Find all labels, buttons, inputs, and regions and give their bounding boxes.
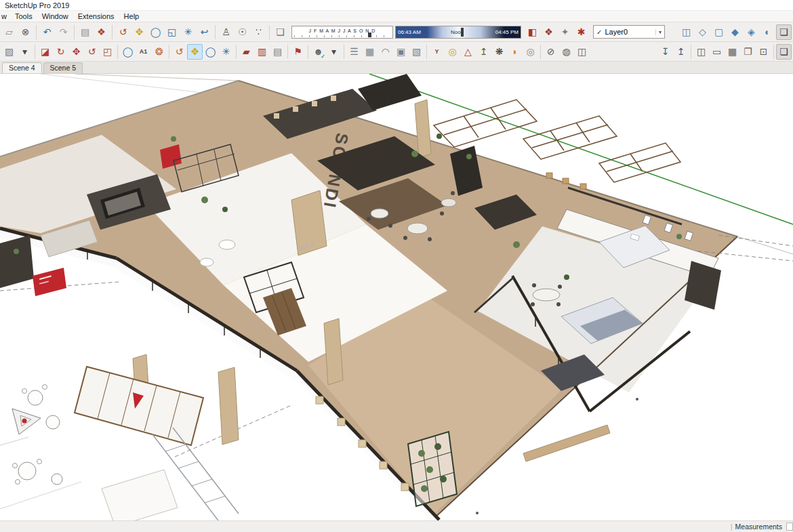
- model-info-icon[interactable]: ❖: [94, 24, 109, 40]
- shadow-time-thumb[interactable]: [461, 28, 464, 37]
- layers-caret-icon[interactable]: ▾: [655, 29, 662, 35]
- smoove-icon[interactable]: ◠: [378, 44, 393, 60]
- shadows-dialog-icon[interactable]: ❏: [272, 24, 288, 40]
- north-arrow-icon[interactable]: ↥: [476, 44, 491, 60]
- move-icon[interactable]: ✥: [68, 44, 84, 60]
- model-viewport[interactable]: SCANDI: [0, 74, 793, 520]
- position-camera-icon[interactable]: ♙: [218, 24, 234, 40]
- toolbar-separator: [773, 45, 774, 59]
- scene-tab-5[interactable]: Scene 5: [43, 62, 83, 73]
- scale-icon[interactable]: ◰: [100, 44, 115, 60]
- drape-icon[interactable]: ▧: [409, 44, 424, 60]
- erase-icon[interactable]: ⊗: [18, 24, 33, 40]
- orbit-tool-icon-glyph: ↺: [176, 47, 184, 56]
- account-icon[interactable]: ☻✓: [310, 44, 326, 60]
- color-wheel-icon[interactable]: ❂: [151, 44, 167, 60]
- chair-dot: [531, 302, 535, 306]
- rotate-icon[interactable]: ↺: [84, 44, 100, 60]
- scene-tab-4[interactable]: Scene 4: [2, 62, 42, 73]
- menu-item-help[interactable]: Help: [119, 12, 144, 21]
- plant: [564, 274, 569, 280]
- wine-glass-tool-icon[interactable]: Y: [429, 44, 445, 60]
- rotate-icon-glyph: ↺: [88, 47, 96, 56]
- zoom-icon[interactable]: ◯: [148, 24, 163, 40]
- status-bar: | Measurements: [0, 520, 793, 532]
- shadow-time-slider[interactable]: 06:43 AM Noon 04:45 PM: [395, 26, 521, 39]
- toolbar-separator: [35, 45, 35, 59]
- circle-tool-icon[interactable]: ◎: [523, 44, 538, 60]
- styles-thumbnail-icon[interactable]: ▨: [1, 44, 17, 60]
- geolocation-icon[interactable]: ⚑: [290, 44, 306, 60]
- orbit-tool-icon[interactable]: ↺: [171, 44, 187, 60]
- monochrome-icon[interactable]: ◐: [760, 24, 775, 40]
- section-plane-icon[interactable]: ▰: [239, 44, 254, 60]
- hidden-line-icon[interactable]: ▢: [711, 24, 727, 40]
- shaded-icon[interactable]: ◆: [727, 24, 743, 40]
- pan-icon[interactable]: ✥: [131, 24, 147, 40]
- shadow-toggle-icon[interactable]: ◧: [525, 24, 540, 40]
- solid-tools-icon[interactable]: ◫: [574, 44, 590, 60]
- model-info-icon-glyph: ❖: [97, 27, 106, 37]
- sun-rays-icon[interactable]: ❋: [491, 44, 507, 60]
- model-canvas[interactable]: SCANDI: [0, 74, 793, 520]
- textured-icon[interactable]: ◈: [744, 24, 759, 40]
- shelf-box: [312, 101, 317, 106]
- crescent-tool-icon[interactable]: ◗: [507, 44, 523, 60]
- zoom-extents-icon-glyph: ✳: [184, 27, 192, 37]
- sandbox-from-contours-icon[interactable]: ☰: [346, 44, 362, 60]
- stamp-icon[interactable]: ▣: [393, 44, 409, 60]
- export-icon[interactable]: ↧: [657, 44, 673, 60]
- styles-panel-icon[interactable]: ❏: [776, 24, 792, 40]
- outdoor-seat: [16, 480, 20, 485]
- paint-bucket-icon[interactable]: ◪: [37, 44, 53, 60]
- 3d-warehouse-icon[interactable]: ❖: [541, 24, 556, 40]
- xray-icon[interactable]: ◫: [678, 24, 694, 40]
- follow-me-icon[interactable]: ↻: [53, 44, 68, 60]
- layers-dropdown[interactable]: ✓ Layer0 ▾: [593, 25, 665, 39]
- paste-icon[interactable]: ▱: [1, 24, 17, 40]
- lock-view-icon[interactable]: ⊡: [756, 44, 771, 60]
- shadow-date-thumb[interactable]: [368, 33, 371, 37]
- walk-icon[interactable]: ∵: [251, 24, 266, 40]
- menu-item-extensions[interactable]: Extensions: [73, 12, 119, 21]
- ring-tool-icon[interactable]: ◎: [445, 44, 460, 60]
- zoom-selection-icon[interactable]: ◯: [120, 44, 136, 60]
- pyramid-tool-icon[interactable]: △: [460, 44, 476, 60]
- zoom-extents-icon[interactable]: ✳: [180, 24, 196, 40]
- pan-tool-icon[interactable]: ✥: [187, 44, 203, 60]
- zoom-tool-icon[interactable]: ◯: [203, 44, 218, 60]
- shadow-date-slider[interactable]: J F M A M J J A S O N D: [291, 26, 393, 39]
- menu-item-tools[interactable]: Tools: [10, 12, 37, 21]
- section-display-icon[interactable]: ▥: [254, 44, 270, 60]
- single-view-icon[interactable]: ▭: [709, 44, 725, 60]
- import-icon[interactable]: ↥: [673, 44, 689, 60]
- no-symbol-icon[interactable]: ⊘: [543, 44, 558, 60]
- extension-warehouse-icon[interactable]: ✦: [557, 24, 573, 40]
- account-caret-icon[interactable]: ▾: [326, 44, 342, 60]
- menu-item-partial[interactable]: w: [0, 12, 10, 21]
- zoom-window-icon[interactable]: ◱: [164, 24, 180, 40]
- outer-shell-icon[interactable]: ◍: [558, 44, 574, 60]
- sandbox-from-scratch-icon[interactable]: ▦: [362, 44, 378, 60]
- orbit-icon[interactable]: ↺: [115, 24, 131, 40]
- wireframe-icon[interactable]: ◇: [695, 24, 710, 40]
- print-icon[interactable]: ▤: [77, 24, 93, 40]
- section-cuts-icon[interactable]: ▤: [270, 44, 285, 60]
- cascade-view-icon[interactable]: ❐: [740, 44, 756, 60]
- menu-item-window[interactable]: Window: [37, 12, 73, 21]
- scene-tab-bar: Scene 4 Scene 5: [0, 62, 793, 74]
- outliner-panel-icon[interactable]: ❏: [776, 44, 792, 60]
- redo-icon[interactable]: ↷: [56, 24, 71, 40]
- zoom-extents-tool-icon[interactable]: ✳: [218, 44, 234, 60]
- grid-view-icon[interactable]: ▦: [725, 44, 740, 60]
- stamp-icon-glyph: ▣: [396, 47, 405, 56]
- zoom-previous-icon[interactable]: ↩: [197, 24, 212, 40]
- plant: [222, 207, 228, 212]
- styles-caret-icon[interactable]: ▾: [17, 44, 33, 60]
- look-around-icon[interactable]: ☉: [235, 24, 250, 40]
- measurements-input[interactable]: [786, 523, 793, 531]
- components-icon[interactable]: ✱: [573, 24, 589, 40]
- split-view-icon[interactable]: ◫: [693, 44, 709, 60]
- text-label-icon[interactable]: A1: [136, 44, 151, 60]
- undo-icon[interactable]: ↶: [39, 24, 55, 40]
